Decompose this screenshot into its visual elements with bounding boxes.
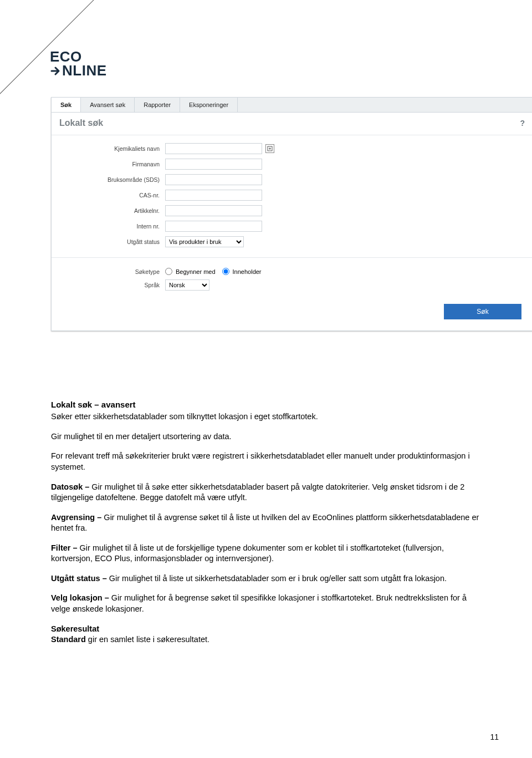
label-soketype: Søketype <box>57 268 165 275</box>
doc-p5: Avgrensing – Gir mulighet til å avgrense… <box>51 512 483 534</box>
select-sprak[interactable]: Norsk <box>165 279 209 291</box>
input-bruksomrade[interactable] <box>165 174 262 185</box>
tab-sok[interactable]: Søk <box>52 98 81 112</box>
label-firmanavn: Firmanavn <box>57 161 165 167</box>
help-icon[interactable]: ? <box>520 119 525 128</box>
logo: ECO NLINE <box>50 50 107 77</box>
panel-title: Lokalt søk <box>59 118 103 128</box>
tab-avansert-sok[interactable]: Avansert søk <box>81 98 135 112</box>
page-number: 11 <box>490 732 499 741</box>
label-cas-nr: CAS-nr. <box>57 192 165 199</box>
doc-p4: Datosøk – Gir mulighet til å søke etter … <box>51 482 483 503</box>
doc-p9: SøkeresultatStandard gir en samlet liste… <box>51 624 483 645</box>
select-utgatt-status[interactable]: Vis produkter i bruk <box>165 236 244 247</box>
doc-p7: Utgått status – Gir mulighet til å liste… <box>51 573 483 584</box>
logo-line2: NLINE <box>62 62 107 79</box>
panel-header: Lokalt søk ? <box>52 113 532 135</box>
label-kjemikaliets-navn: Kjemikaliets navn <box>57 145 165 152</box>
radio-inneholder[interactable] <box>222 268 229 275</box>
corner-stripe <box>0 0 94 94</box>
doc-p3: For relevant treff må søkekriterier bruk… <box>51 451 483 472</box>
label-artikkelnr: Artikkelnr. <box>57 207 165 214</box>
doc-p8: Velg lokasjon – Gir mulighet for å begre… <box>51 593 483 614</box>
radio-group-soketype: Begynner med Inneholder <box>165 268 262 275</box>
doc-heading: Lokalt søk – avansert <box>51 399 483 410</box>
label-intern-nr: Intern nr. <box>57 223 165 230</box>
input-cas-nr[interactable] <box>165 190 262 201</box>
separator <box>52 257 532 258</box>
form-area: Kjemikaliets navn Firmanavn Bruksområde … <box>52 135 532 330</box>
label-sprak: Språk <box>57 282 165 288</box>
radio-begynner-med[interactable] <box>165 268 172 275</box>
doc-p1: Søker etter sikkerhetsdatablader som til… <box>51 411 483 423</box>
input-firmanavn[interactable] <box>165 159 262 170</box>
scan-icon[interactable] <box>265 144 274 153</box>
document-body: Lokalt søk – avansert Søker etter sikker… <box>51 399 483 654</box>
doc-p2: Gir mulighet til en mer detaljert utsort… <box>51 431 483 442</box>
radio-label-inneholder: Inneholder <box>233 268 262 275</box>
tab-eksponeringer[interactable]: Eksponeringer <box>180 98 238 112</box>
submit-button[interactable]: Søk <box>444 304 521 319</box>
input-intern-nr[interactable] <box>165 221 262 232</box>
tab-rapporter[interactable]: Rapporter <box>135 98 180 112</box>
input-artikkelnr[interactable] <box>165 205 262 216</box>
arrow-icon <box>50 65 62 79</box>
label-utgatt-status: Utgått status <box>57 238 165 245</box>
tabbar: Søk Avansert søk Rapporter Eksponeringer <box>52 98 532 113</box>
label-bruksomrade: Bruksområde (SDS) <box>57 176 165 183</box>
app-panel: Søk Avansert søk Rapporter Eksponeringer… <box>51 97 532 331</box>
doc-p6: Filter – Gir mulighet til å liste ut de … <box>51 543 483 564</box>
input-kjemikaliets-navn[interactable] <box>165 143 262 154</box>
radio-label-begynner: Begynner med <box>176 268 216 275</box>
